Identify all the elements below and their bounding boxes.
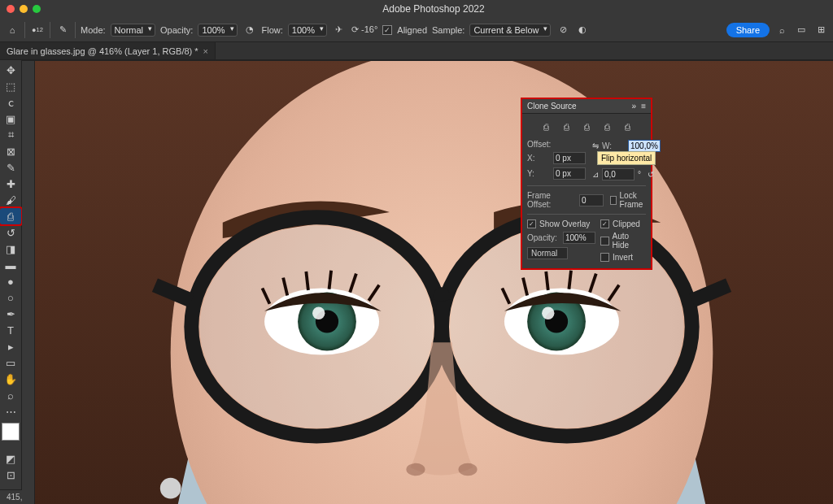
collapse-icon[interactable]: »	[632, 102, 637, 111]
clone-stamp-tool[interactable]: ⎙	[0, 208, 21, 224]
clone-source-5[interactable]: ⎙	[621, 120, 634, 133]
overlay-opacity-label: Opacity:	[527, 233, 560, 242]
panel-menu-icon[interactable]: ≡	[641, 102, 646, 111]
frame-offset-label: Frame Offset:	[527, 191, 576, 209]
autohide-label: Auto Hide	[613, 232, 647, 250]
invert-checkbox[interactable]	[600, 253, 609, 262]
type-tool[interactable]: T	[0, 322, 21, 338]
gradient-tool[interactable]: ▬	[0, 257, 21, 273]
overlay-mode-select[interactable]: Normal	[527, 247, 568, 259]
flip-horizontal-tooltip: Flip horizontal	[597, 151, 656, 165]
clone-angle-input[interactable]	[602, 168, 635, 180]
traffic-lights	[7, 5, 41, 13]
history-brush-tool[interactable]: ↺	[0, 224, 21, 241]
svg-line-25	[569, 271, 571, 289]
clone-source-panel[interactable]: Clone Source » ≡ ⎙ ⎙ ⎙ ⎙ ⎙ Offset: X: Y:…	[521, 98, 652, 270]
airbrush-icon[interactable]: ✈	[332, 23, 347, 37]
svg-point-35	[160, 478, 181, 499]
svg-point-21	[542, 307, 554, 319]
show-overlay-checkbox[interactable]: ✓	[527, 219, 536, 228]
offset-x-label: X:	[527, 154, 550, 163]
mode-label: Mode:	[81, 25, 106, 35]
window-titlebar: Adobe Photoshop 2022	[0, 0, 833, 18]
aligned-label: Aligned	[397, 25, 427, 35]
quick-mask-icon[interactable]: ◩	[0, 450, 21, 467]
offset-y-label: Y:	[527, 169, 550, 178]
hand-tool[interactable]: ✋	[0, 371, 21, 387]
offset-y-input[interactable]	[553, 167, 586, 180]
blend-mode-select[interactable]: Normal	[111, 24, 155, 37]
reset-transform-icon[interactable]: ↺	[648, 170, 654, 179]
opacity-input[interactable]: 100%	[198, 24, 237, 37]
overlay-opacity-input[interactable]	[563, 232, 595, 244]
scale-w-label: W:	[602, 141, 625, 150]
clone-source-1[interactable]: ⎙	[539, 120, 552, 133]
sample-label: Sample:	[432, 25, 464, 35]
close-icon[interactable]	[7, 5, 15, 13]
eyedropper-tool[interactable]: ✎	[0, 159, 21, 176]
eraser-tool[interactable]: ◨	[0, 241, 21, 257]
object-select-tool[interactable]: ▣	[0, 111, 21, 127]
flip-h-icon[interactable]: ⇋	[592, 141, 599, 150]
move-tool[interactable]: ✥	[0, 62, 21, 78]
clone-panel-title: Clone Source	[527, 102, 577, 111]
blur-tool[interactable]: ●	[0, 273, 21, 289]
opacity-label: Opacity:	[160, 25, 193, 35]
share-button[interactable]: Share	[726, 23, 770, 37]
lock-frame-label: Lock Frame	[620, 191, 646, 209]
brush-preset-icon[interactable]: ●12	[30, 23, 45, 37]
zoom-tool[interactable]: ⌕	[0, 387, 21, 403]
document-canvas[interactable]	[35, 61, 833, 504]
rotate-icon: ⊿	[592, 170, 599, 179]
close-tab-icon[interactable]: ×	[203, 46, 208, 56]
svg-point-29	[459, 463, 478, 476]
svg-line-14	[306, 272, 308, 290]
invert-label: Invert	[613, 253, 633, 262]
clipped-label: Clipped	[613, 219, 640, 228]
ruler-vertical	[22, 61, 35, 504]
clone-source-2[interactable]: ⎙	[560, 120, 573, 133]
pen-tool[interactable]: ✒	[0, 306, 21, 322]
healing-brush-tool[interactable]: ✚	[0, 176, 21, 192]
maximize-icon[interactable]	[33, 5, 41, 13]
options-bar: ⌂ ●12 ✎ Mode: Normal Opacity: 100% ◔ Flo…	[0, 18, 833, 42]
document-tab[interactable]: Glare in glasses.jpg @ 416% (Layer 1, RG…	[0, 42, 216, 59]
minimize-icon[interactable]	[20, 5, 28, 13]
workspace-icon[interactable]: ▭	[794, 23, 809, 37]
flow-input[interactable]: 100%	[288, 24, 327, 37]
svg-line-15	[329, 271, 332, 289]
document-tab-title: Glare in glasses.jpg @ 416% (Layer 1, RG…	[7, 46, 198, 56]
brush-panel-icon[interactable]: ✎	[55, 23, 70, 37]
path-select-tool[interactable]: ▸	[0, 338, 21, 354]
home-icon[interactable]: ⌂	[5, 23, 20, 37]
aligned-checkbox[interactable]: ✓	[382, 25, 392, 35]
pressure-size-icon[interactable]: ◐	[575, 23, 590, 37]
app-title: Adobe Photoshop 2022	[41, 3, 826, 15]
dodge-tool[interactable]: ○	[0, 289, 21, 306]
brush-tool[interactable]: 🖌	[0, 192, 21, 208]
search-icon[interactable]: ⌕	[774, 23, 789, 37]
crop-tool[interactable]: ⌗	[0, 127, 21, 143]
ignore-adjust-icon[interactable]: ⊘	[556, 23, 570, 37]
frame-offset-input[interactable]	[579, 194, 604, 206]
arrange-icon[interactable]: ⊞	[813, 23, 828, 37]
color-swatches[interactable]	[2, 423, 20, 441]
clone-source-3[interactable]: ⎙	[580, 120, 593, 133]
lock-frame-checkbox[interactable]	[610, 196, 617, 205]
frame-tool[interactable]: ⊠	[0, 143, 21, 159]
offset-label: Offset:	[527, 140, 551, 149]
svg-line-24	[546, 272, 548, 290]
shape-tool[interactable]: ▭	[0, 354, 21, 371]
pressure-opacity-icon[interactable]: ◔	[242, 23, 257, 37]
clipped-checkbox[interactable]: ✓	[600, 219, 609, 228]
clone-source-4[interactable]: ⎙	[600, 120, 613, 133]
sample-select[interactable]: Current & Below	[469, 24, 551, 37]
screen-mode-icon[interactable]: ⊡	[0, 467, 21, 483]
edit-toolbar[interactable]: ⋯	[0, 403, 21, 419]
lasso-tool[interactable]: ϲ	[0, 94, 21, 111]
scale-w-input[interactable]	[628, 140, 661, 152]
offset-x-input[interactable]	[553, 152, 586, 164]
marquee-tool[interactable]: ⬚	[0, 78, 21, 94]
show-overlay-label: Show Overlay	[539, 219, 590, 228]
autohide-checkbox[interactable]	[600, 237, 609, 245]
